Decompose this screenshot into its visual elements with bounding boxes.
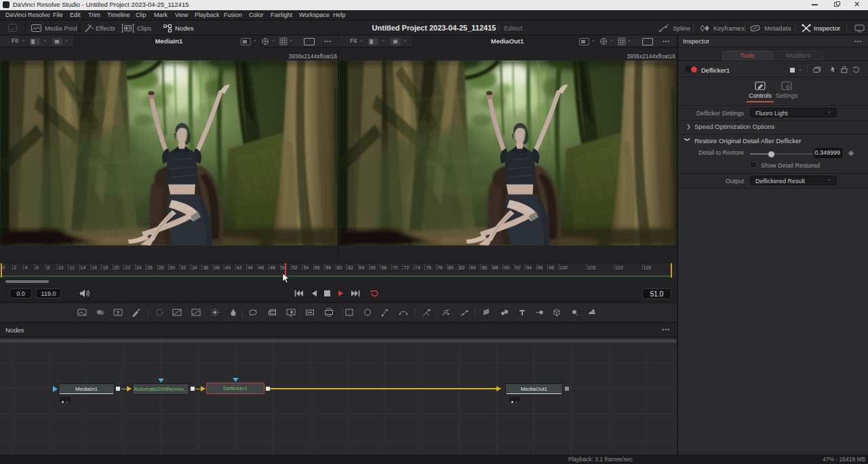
- svg-text:T: T: [117, 310, 120, 316]
